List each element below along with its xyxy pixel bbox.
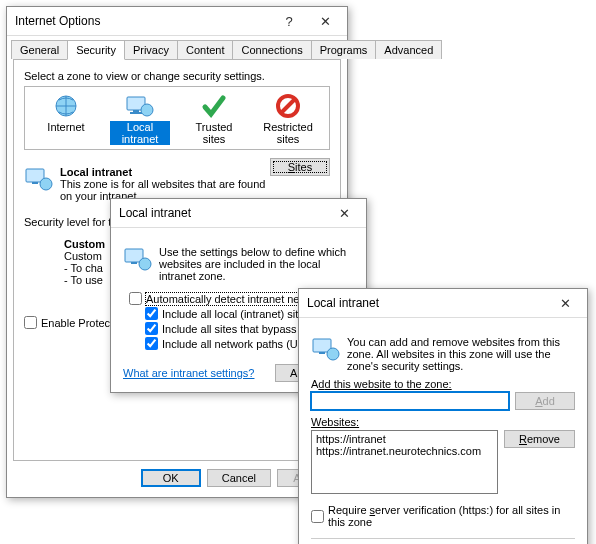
- zone-label: Internet: [47, 121, 84, 133]
- shield-monitor-icon: [311, 336, 341, 366]
- tab-security[interactable]: Security: [67, 40, 125, 60]
- ok-button[interactable]: OK: [141, 469, 201, 487]
- tab-general[interactable]: General: [11, 40, 68, 59]
- titlebar: Internet Options ? ✕: [7, 7, 347, 36]
- svg-rect-14: [319, 352, 325, 354]
- svg-point-15: [327, 348, 339, 360]
- svg-rect-2: [133, 110, 139, 112]
- close-icon[interactable]: ✕: [547, 291, 583, 315]
- svg-rect-8: [32, 182, 38, 184]
- zone-local-intranet[interactable]: Local intranet: [110, 93, 170, 145]
- intranet-settings-link[interactable]: What are intranet settings?: [123, 367, 254, 379]
- window-title: Internet Options: [15, 14, 271, 28]
- zone-description: Local intranet This zone is for all webs…: [60, 166, 270, 202]
- zone-internet[interactable]: Internet: [36, 93, 96, 145]
- add-website-label: Add this website to the zone:: [311, 378, 575, 390]
- help-button[interactable]: ?: [271, 9, 307, 33]
- add-button[interactable]: Add: [515, 392, 575, 410]
- tab-advanced[interactable]: Advanced: [375, 40, 442, 59]
- cancel-button[interactable]: Cancel: [207, 469, 271, 487]
- tab-programs[interactable]: Programs: [311, 40, 377, 59]
- zone-label: Trusted sites: [184, 121, 244, 145]
- checkmark-icon: [198, 93, 230, 119]
- tab-connections[interactable]: Connections: [232, 40, 311, 59]
- local-intranet-sites-window: Local intranet ✕ You can add and remove …: [298, 288, 588, 544]
- zone-restricted-sites[interactable]: Restricted sites: [258, 93, 318, 145]
- remove-button[interactable]: Remove: [504, 430, 575, 448]
- zone-prompt: Select a zone to view or change security…: [24, 70, 330, 82]
- globe-icon: [50, 93, 82, 119]
- shield-monitor-icon: [24, 166, 54, 196]
- svg-rect-11: [131, 262, 137, 264]
- titlebar: Local intranet ✕: [299, 289, 587, 318]
- websites-listbox[interactable]: https://intranet https://intranet.neurot…: [311, 430, 498, 494]
- svg-point-12: [139, 258, 151, 270]
- svg-point-4: [141, 104, 153, 116]
- sites-button[interactable]: Sites: [270, 158, 330, 176]
- svg-rect-3: [130, 112, 142, 114]
- prohibited-icon: [272, 93, 304, 119]
- add-website-input[interactable]: [311, 392, 509, 410]
- list-item[interactable]: https://intranet: [316, 433, 493, 445]
- monitor-globe-icon: [124, 93, 156, 119]
- zone-label: Restricted sites: [258, 121, 318, 145]
- window-title: Local intranet: [119, 206, 326, 220]
- list-item[interactable]: https://intranet.neurotechnics.com: [316, 445, 493, 457]
- zone-label: Local intranet: [110, 121, 170, 145]
- zone-trusted-sites[interactable]: Trusted sites: [184, 93, 244, 145]
- dialog-description: Use the settings below to define which w…: [159, 246, 354, 282]
- tab-strip: General Security Privacy Content Connect…: [7, 36, 347, 59]
- svg-line-6: [281, 99, 295, 113]
- tab-content[interactable]: Content: [177, 40, 234, 59]
- dialog-description: You can add and remove websites from thi…: [347, 336, 575, 372]
- svg-point-9: [40, 178, 52, 190]
- require-https-checkbox[interactable]: Require server verification (https:) for…: [311, 504, 575, 528]
- close-icon[interactable]: ✕: [326, 201, 362, 225]
- websites-label: Websites:: [311, 416, 575, 428]
- window-title: Local intranet: [307, 296, 547, 310]
- zone-selector: Internet Local intranet Trusted sites Re…: [24, 86, 330, 150]
- shield-monitor-icon: [123, 246, 153, 276]
- tab-privacy[interactable]: Privacy: [124, 40, 178, 59]
- close-icon[interactable]: ✕: [307, 9, 343, 33]
- titlebar: Local intranet ✕: [111, 199, 366, 228]
